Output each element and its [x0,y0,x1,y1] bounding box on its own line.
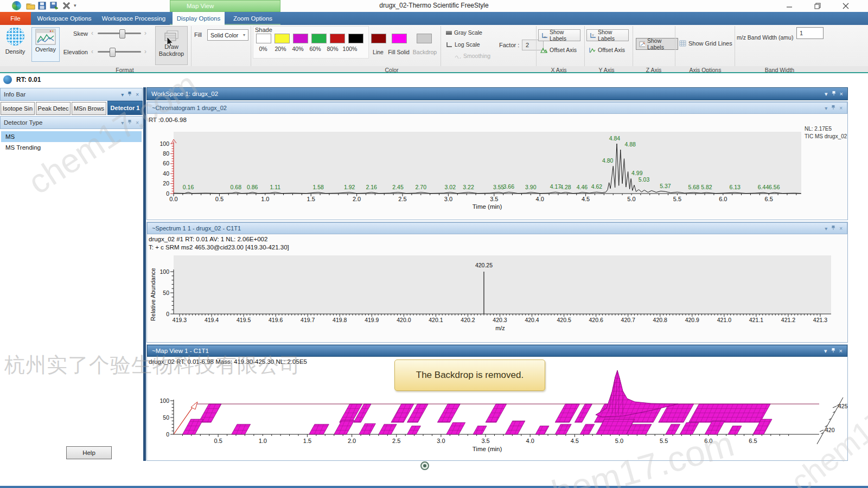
list-item-ms-trending[interactable]: MS Trending [1,142,142,153]
app-logo-icon[interactable] [12,1,21,10]
pin-icon[interactable] [831,225,835,232]
skew-left-chevron[interactable]: ‹ [91,29,93,37]
fill-label: Fill [194,31,202,38]
shade-swatch-0%[interactable] [256,34,271,43]
pin-icon[interactable] [831,348,835,354]
panel-divider[interactable] [143,87,146,461]
close-icon[interactable]: × [839,348,843,354]
close-button[interactable] [833,0,858,12]
tab-isotope-simulation[interactable]: Isotope Sin [1,102,35,115]
factor-label: Factor : [499,42,519,48]
overlay-icon [35,29,56,45]
skew-slider-thumb[interactable] [119,29,125,38]
delete-icon[interactable] [62,2,71,12]
log-scale-icon [446,42,452,48]
mouse-cursor [167,37,174,48]
shade-percent-label: 0% [255,46,271,52]
tab-msn-browser[interactable]: MSn Brows [72,102,106,115]
elevation-label: Elevation [61,49,88,55]
spectrum-scan-info: drugx_02 #1 RT: 0.01 AV: 1 NL: 2.06E+002 [149,236,267,242]
pin-icon[interactable] [832,91,836,97]
shade-percent-label: 100% [342,46,358,52]
tab-file[interactable]: File [0,12,31,25]
show-grid-lines-toggle[interactable]: Show Grid Lines [679,40,732,47]
collapse-icon[interactable]: ▾ [824,348,827,355]
band-width-input[interactable]: 1 [796,27,824,39]
shade-swatch-60%[interactable] [311,34,327,43]
pin-icon[interactable] [831,105,835,111]
list-item-ms[interactable]: MS [1,131,142,142]
shade-percent-label: 40% [290,46,306,52]
overlay-button[interactable]: Overlay [31,27,60,62]
x-axis-offset-button[interactable]: Offset Axis [540,47,577,53]
contextual-tab-group: Map View [170,0,280,12]
tab-zoom-options[interactable]: Zoom Options [227,12,279,25]
shade-swatch-40%[interactable] [293,34,308,43]
save-icon[interactable] [38,2,46,12]
minimize-button[interactable] [777,0,802,12]
collapse-icon[interactable]: ▾ [825,226,827,232]
y-axis-show-labels-button[interactable]: YShow Labels [586,29,629,41]
splitter-collapse-button[interactable] [420,461,429,470]
info-icon [3,75,12,84]
collapse-icon[interactable]: ▾ [121,120,124,126]
shade-percent-label: 60% [307,46,323,52]
shade-swatch-80%[interactable] [330,34,345,43]
close-icon[interactable]: × [136,92,139,98]
window-bottom-border [0,486,868,488]
help-button[interactable]: Help [66,446,112,459]
workspace-header: WorkSpace 1: drugx_02 ▾ × [146,87,848,100]
elevation-slider[interactable] [98,51,141,53]
gray-scale-icon [446,31,452,35]
tab-workspace-options[interactable]: Workspace Options [31,12,98,25]
detector-type-header: Detector Type ▾ × [0,116,143,129]
log-scale-toggle[interactable]: Log Scale [446,41,480,48]
tab-detector-1[interactable]: Detector 1 [107,101,143,115]
ribbon: Density Overlay Skew ‹ › Elevation ‹ › D… [0,25,868,73]
line-color-swatch[interactable] [371,34,386,43]
close-icon[interactable]: × [839,226,843,232]
tab-workspace-processing[interactable]: Workspace Processing [98,12,170,25]
close-icon[interactable]: × [136,120,139,126]
window-title: drugx_02-Thermo Scientific FreeStyle [326,2,542,9]
y-axis-icon: Y [590,33,596,38]
shade-swatch-20%[interactable] [275,34,290,43]
tab-display-options[interactable]: Display Options [173,12,225,25]
fill-solid-color-swatch[interactable] [392,34,407,43]
gray-scale-toggle[interactable]: Gray Scale [446,29,482,36]
elevation-right-chevron[interactable]: › [144,48,146,55]
collapse-icon[interactable]: ▾ [825,105,827,111]
pin-icon[interactable] [127,119,132,126]
title-bar: ▾ drugx_02-Thermo Scientific FreeStyle M… [0,0,868,12]
open-icon[interactable] [26,2,35,12]
spectrum-filter-info: T: + c SRM ms2 465.30@cid23.00 [419.30-4… [149,244,289,251]
restore-button[interactable] [805,0,830,12]
z-axis-show-labels-button[interactable]: Show Labels [636,38,678,50]
shade-percent-label: 80% [324,46,341,52]
skew-right-chevron[interactable]: › [144,29,146,37]
x-axis-icon: x [541,33,547,38]
y-axis-offset-button[interactable]: Offset Axis [589,47,625,53]
chromatogram-rt-range: RT :0.00-6.98 [149,117,187,123]
collapse-icon[interactable]: ▾ [121,92,124,98]
z-axis-icon [639,41,645,47]
workspace-area: WorkSpace 1: drugx_02 ▾ × ~Chromatogram … [146,87,848,461]
close-icon[interactable]: × [839,105,843,111]
elevation-slider-thumb[interactable] [110,48,116,57]
tab-peak-detection[interactable]: Peak Detec [36,102,71,115]
pin-icon[interactable] [127,91,132,98]
skew-slider[interactable] [98,33,141,34]
fill-dropdown[interactable]: Solid Color▾ [207,29,248,41]
close-icon[interactable]: × [840,91,843,97]
density-button[interactable]: Density [1,27,29,55]
chevron-down-icon: ▾ [243,33,245,37]
x-axis-show-labels-button[interactable]: xShow Labels [538,29,580,41]
info-bar-panel: Info Bar ▾ × Isotope Sin Peak Detec MSn … [0,87,143,461]
shade-swatch-100%[interactable] [348,34,363,43]
status-rt: RT: 0.01 [16,76,41,84]
export-icon[interactable] [50,2,59,12]
collapse-icon[interactable]: ▾ [825,91,828,98]
elevation-left-chevron[interactable]: ‹ [91,48,93,55]
backdrop-color-label: Backdrop [410,49,439,55]
toolbar-more-icon[interactable]: ▾ [74,3,76,8]
